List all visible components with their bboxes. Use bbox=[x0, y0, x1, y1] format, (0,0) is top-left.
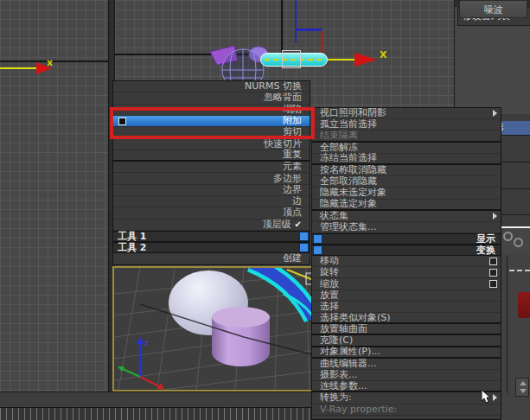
menu-item-label: 边 bbox=[292, 196, 302, 207]
menu-item-label: 移动 bbox=[320, 256, 339, 266]
menu-item-label: 忽略背面 bbox=[264, 92, 302, 103]
menu-item[interactable]: 旋转 bbox=[312, 267, 501, 278]
rollout-red-widget bbox=[518, 292, 530, 318]
menu-item[interactable]: 曲线编辑器... bbox=[312, 359, 501, 370]
menu-item[interactable]: 创建 bbox=[113, 253, 310, 264]
selection-bracket bbox=[282, 50, 301, 68]
construction-line bbox=[281, 0, 283, 54]
menu-item-label: 顶层级 bbox=[263, 220, 291, 230]
quad-center-square bbox=[313, 234, 322, 244]
quad-header-display[interactable]: 显示 bbox=[312, 233, 501, 245]
menu-item-label: 缩放 bbox=[320, 279, 339, 290]
menu-item-label: 重复 bbox=[283, 150, 302, 160]
menu-item[interactable]: 缩放 bbox=[312, 278, 501, 290]
spinner-up-icon[interactable] bbox=[520, 381, 527, 385]
menu-item-label: 连线参数... bbox=[320, 381, 367, 391]
construction-line bbox=[0, 60, 108, 62]
menu-item[interactable]: 移动 bbox=[312, 256, 501, 267]
menu-item[interactable]: 管理状态集... bbox=[312, 222, 501, 233]
menu-item-label: 结束隔离 bbox=[320, 130, 358, 141]
menu-item-label: 隐藏未选定对象 bbox=[320, 188, 386, 198]
quad-center-square bbox=[299, 232, 309, 241]
helper-line-red bbox=[321, 31, 322, 55]
annotation-highlight-rectangle bbox=[110, 107, 315, 139]
menu-item[interactable]: 快速切片 ✔ bbox=[113, 138, 310, 150]
menu-item[interactable]: 隐藏选定对象 bbox=[312, 200, 501, 211]
check-icon: ✔ bbox=[295, 220, 302, 230]
rollout-dashed-line bbox=[509, 270, 530, 271]
menu-item-label: 管理状态集... bbox=[320, 222, 377, 232]
submenu-arrow-icon bbox=[493, 213, 497, 220]
menu-item[interactable]: 转换为: bbox=[312, 392, 501, 404]
menu-item-label: 状态集 bbox=[320, 211, 348, 221]
settings-box-icon[interactable] bbox=[489, 280, 497, 288]
quad-menu-display-transform: 视口照明和阴影 孤立当前选择 结束隔离 全部解冻 冻结当前选择 bbox=[311, 107, 501, 420]
menu-item-label: 视口照明和阴影 bbox=[320, 108, 386, 118]
settings-box-icon[interactable] bbox=[489, 269, 497, 277]
axis-x-label: X bbox=[380, 50, 386, 60]
timeline-area bbox=[0, 391, 313, 420]
menu-item[interactable]: 顶点 ✔ bbox=[113, 207, 310, 219]
menu-item[interactable]: 连线参数... bbox=[312, 381, 501, 392]
menu-item[interactable]: 边界 ✔ bbox=[113, 185, 310, 196]
menu-item-label: 对象属性(P)... bbox=[320, 347, 380, 357]
quad-header-tools2[interactable]: 工具 2 bbox=[113, 242, 310, 253]
menu-item[interactable]: 重复 ✔ bbox=[113, 150, 310, 162]
quad-center-square bbox=[299, 243, 309, 252]
menu-item[interactable]: 冻结当前选择 bbox=[312, 154, 501, 165]
helper-line-blue bbox=[295, 0, 297, 43]
menu-item-label: 隐藏选定对象 bbox=[320, 199, 377, 209]
quad-tools1-list: NURMS 切换 ✔ 忽略背面 ✔ 塌陷 ✔ 附加 ✔ 剪切 bbox=[113, 81, 310, 231]
menu-item[interactable]: 边 ✔ bbox=[113, 196, 310, 207]
menu-item-label: 转换为: bbox=[320, 392, 352, 403]
menu-item-label: 旋转 bbox=[320, 267, 339, 277]
menu-item[interactable]: 全部取消隐藏 bbox=[312, 176, 501, 188]
menu-item-label: 创建 bbox=[283, 253, 302, 264]
menu-item[interactable]: 按名称取消隐藏 bbox=[312, 165, 501, 176]
quad-header-transform[interactable]: 变换 bbox=[312, 245, 501, 256]
menu-item-label: 克隆(C) bbox=[320, 335, 353, 346]
menu-item[interactable]: 放置 bbox=[312, 290, 501, 302]
menu-item-label: NURMS 切换 bbox=[245, 81, 302, 92]
panel-divider-line bbox=[507, 256, 508, 393]
settings-box-icon[interactable] bbox=[489, 258, 497, 265]
menu-item[interactable]: V-Ray propertie: bbox=[312, 404, 501, 416]
time-slider-ruler[interactable] bbox=[0, 407, 313, 420]
menu-item-label: 曲线编辑器... bbox=[320, 359, 377, 369]
menu-item-label: 摄影表... bbox=[320, 370, 358, 380]
gizmo-x-axis bbox=[328, 59, 356, 60]
modifier-button[interactable]: 噪波 bbox=[459, 0, 527, 18]
spline-segment bbox=[0, 67, 39, 69]
value-spinner[interactable] bbox=[515, 378, 529, 397]
menu-item-label: 全部取消隐藏 bbox=[320, 176, 377, 187]
quad-header-label: 工具 2 bbox=[113, 241, 146, 254]
menu-item[interactable]: NURMS 切换 ✔ bbox=[113, 81, 310, 92]
menu-item[interactable]: 元素 ✔ bbox=[113, 162, 310, 173]
menu-item[interactable]: 状态集 bbox=[312, 211, 501, 222]
menu-item-label: 多边形 bbox=[273, 174, 302, 184]
menu-item[interactable]: 结束隔离 bbox=[312, 130, 501, 142]
world-axis-tripod: z bbox=[116, 327, 169, 389]
axis-arrow-icon[interactable] bbox=[354, 53, 377, 67]
quad-center-square bbox=[313, 245, 322, 255]
show-end-result-icon[interactable] bbox=[514, 238, 523, 247]
menu-item-label: 选择 bbox=[320, 302, 339, 312]
menu-item-label: 孤立当前选择 bbox=[320, 119, 377, 130]
submenu-arrow-icon bbox=[493, 110, 497, 117]
menu-item-label: 快速切片 bbox=[264, 139, 302, 150]
quad-display-list: 视口照明和阴影 孤立当前选择 结束隔离 全部解冻 冻结当前选择 bbox=[312, 108, 501, 233]
menu-item[interactable]: 多边形 ✔ bbox=[113, 173, 310, 184]
viewport-left[interactable]: x bbox=[0, 0, 108, 393]
menu-item[interactable]: 视口照明和阴影 bbox=[312, 108, 501, 119]
viewport-perspective-active[interactable]: z bbox=[112, 266, 313, 391]
helper-line-blue bbox=[295, 29, 322, 31]
menu-item-label: 选择类似对象(S) bbox=[320, 313, 391, 323]
menu-item[interactable]: 对象属性(P)... bbox=[312, 347, 501, 359]
menu-item-label: 放置轴曲面 bbox=[320, 324, 367, 334]
spinner-down-icon[interactable] bbox=[520, 389, 527, 393]
menu-item[interactable]: 忽略背面 ✔ bbox=[113, 92, 310, 104]
menu-item[interactable]: 顶层级 ✔ bbox=[113, 220, 310, 231]
pin-stack-icon[interactable] bbox=[503, 232, 513, 241]
menu-item-label: 放置 bbox=[320, 290, 339, 301]
menu-item-label: 全部解冻 bbox=[320, 143, 358, 153]
